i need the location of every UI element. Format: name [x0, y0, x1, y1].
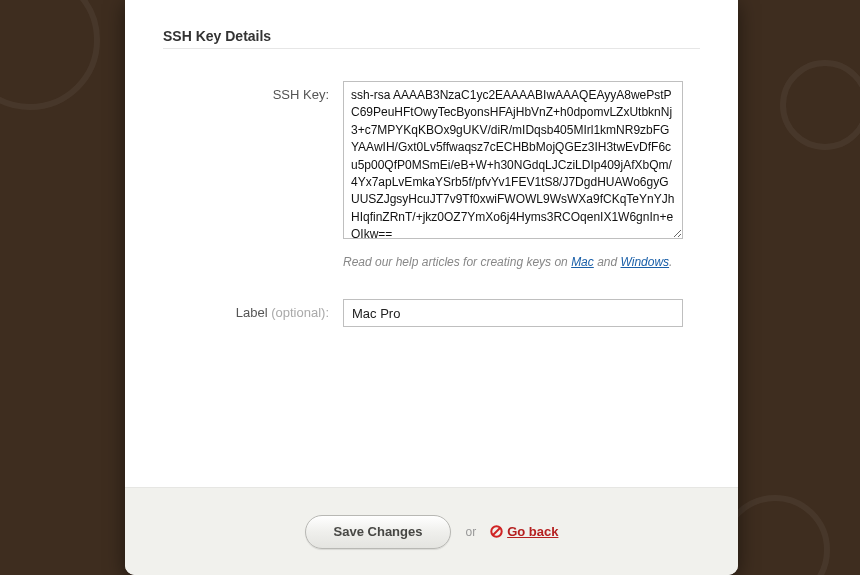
no-entry-icon — [490, 525, 503, 538]
ssh-key-row: SSH Key: — [163, 81, 700, 243]
save-button[interactable]: Save Changes — [305, 515, 452, 549]
help-mid: and — [594, 255, 621, 269]
help-link-windows[interactable]: Windows — [621, 255, 670, 269]
or-text: or — [465, 525, 476, 539]
dialog-footer: Save Changes or Go back — [125, 487, 738, 575]
label-input[interactable] — [343, 299, 683, 327]
dialog-body: SSH Key Details SSH Key: Read our help a… — [125, 0, 738, 487]
ssh-key-dialog: SSH Key Details SSH Key: Read our help a… — [125, 0, 738, 575]
section-title: SSH Key Details — [163, 28, 700, 49]
help-link-mac[interactable]: Mac — [571, 255, 594, 269]
label-row: Label (optional): — [163, 299, 700, 327]
ssh-key-field-wrap — [343, 81, 700, 243]
label-field-wrap — [343, 299, 700, 327]
label-optional: (optional): — [271, 305, 329, 320]
help-suffix: . — [669, 255, 672, 269]
ssh-key-textarea[interactable] — [343, 81, 683, 239]
go-back-text: Go back — [507, 524, 558, 539]
help-text: Read our help articles for creating keys… — [343, 255, 700, 269]
label-field-label: Label (optional): — [163, 299, 343, 327]
help-prefix: Read our help articles for creating keys… — [343, 255, 571, 269]
go-back-link[interactable]: Go back — [490, 524, 558, 539]
ssh-key-label: SSH Key: — [163, 81, 343, 243]
label-text: Label — [236, 305, 271, 320]
svg-line-1 — [493, 528, 500, 535]
